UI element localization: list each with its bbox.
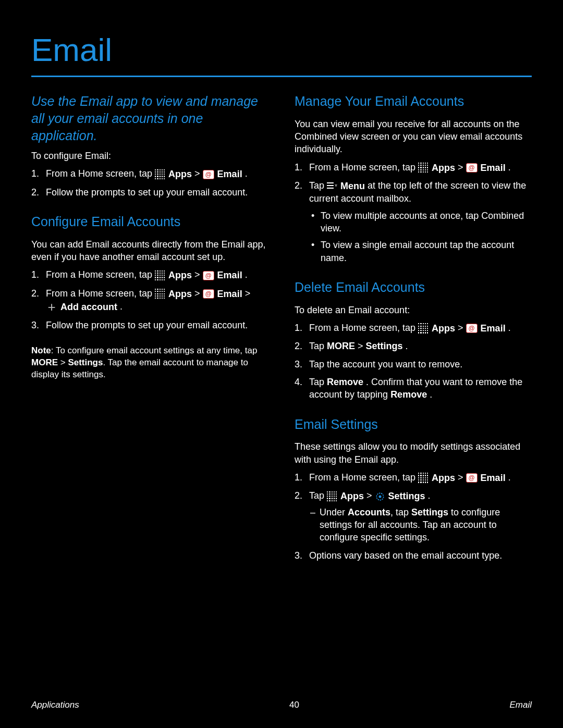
apps-icon: [418, 163, 429, 173]
apps-icon: [418, 323, 429, 334]
heading-manage-accounts: Manage Your Email Accounts: [295, 93, 532, 110]
manage-step-2: 2. Tap Menu at the top left of the scree…: [295, 179, 532, 264]
settings-step-2: 2. Tap Apps > Settings .: [295, 489, 532, 544]
apps-icon: [418, 473, 429, 483]
apps-icon: [155, 169, 165, 180]
settings-step-1: 1. From a Home screen, tap Apps > @ Emai…: [295, 471, 532, 484]
add-account-label: Add account: [60, 301, 117, 313]
delete-step-4: 4. Tap Remove . Confirm that you want to…: [295, 376, 532, 401]
to-configure-label: To configure Email:: [31, 150, 268, 162]
svg-rect-0: [327, 182, 334, 183]
delete-body: To delete an Email account:: [295, 304, 532, 316]
delete-step-2: 2. Tap MORE > Settings .: [295, 340, 532, 352]
manage-sub-combined: To view multiple accounts at once, tap C…: [309, 209, 532, 235]
heading-delete-accounts: Delete Email Accounts: [295, 279, 532, 297]
footer-left: Applications: [31, 700, 79, 710]
configure-step-2: 2. Follow the prompts to set up your ema…: [31, 186, 268, 199]
intro-text: Use the Email app to view and manage all…: [31, 93, 268, 144]
configure-step-1: 1. From a Home screen, tap Apps > @ Emai…: [31, 167, 268, 180]
delete-step-3: 3. Tap the account you want to remove.: [295, 358, 532, 371]
svg-rect-1: [327, 185, 334, 186]
heading-email-settings: Email Settings: [295, 416, 532, 434]
email-icon: @: [466, 324, 478, 333]
email-icon: @: [203, 170, 214, 179]
settings-sub-accounts: Under Accounts, tap Settings to configur…: [309, 506, 532, 544]
apps-icon: [327, 491, 337, 502]
svg-rect-2: [327, 188, 334, 189]
menu-label: Menu: [340, 180, 365, 192]
manage-body: You can view email you receive for all a…: [295, 118, 532, 156]
svg-point-5: [378, 495, 381, 498]
configure-accounts-body: You can add Email accounts directly from…: [31, 238, 268, 264]
settings-label: Settings: [388, 490, 425, 502]
settings-step-3: 3. Options vary based on the email accou…: [295, 549, 532, 562]
page-footer: Applications 40 Email: [0, 700, 563, 710]
manage-step-1: 1. From a Home screen, tap Apps > @ Emai…: [295, 161, 532, 174]
apps-icon: [155, 289, 165, 299]
delete-step-1: 1. From a Home screen, tap Apps > @ Emai…: [295, 322, 532, 335]
add-step-3: 3. Follow the prompts to set up your ema…: [31, 319, 268, 331]
svg-marker-3: [335, 184, 337, 187]
apps-icon: [155, 270, 165, 281]
page-title: Email: [31, 31, 532, 68]
email-icon: @: [203, 271, 214, 280]
email-label: Email: [217, 168, 242, 180]
title-rule: [31, 76, 532, 77]
apps-label: Apps: [168, 168, 192, 180]
email-settings-body: These settings allow you to modify setti…: [295, 440, 532, 466]
footer-page-number: 40: [289, 700, 299, 710]
menu-dropdown-icon: [327, 182, 337, 190]
add-step-1: 1. From a Home screen, tap Apps > @ Emai…: [31, 268, 268, 281]
email-icon: @: [466, 473, 478, 483]
email-icon: @: [466, 163, 478, 172]
add-step-2: 2. From a Home screen, tap Apps > @ Emai…: [31, 287, 268, 314]
footer-right: Email: [509, 700, 532, 710]
email-icon: @: [203, 289, 214, 299]
heading-configure-accounts: Configure Email Accounts: [31, 213, 268, 231]
note-box: Note: To configure email account setting…: [31, 345, 268, 381]
manage-sub-single: To view a single email account tap the a…: [309, 239, 532, 264]
gear-icon: [375, 491, 385, 502]
note-label: Note: [31, 346, 51, 355]
add-icon: +: [46, 301, 57, 313]
